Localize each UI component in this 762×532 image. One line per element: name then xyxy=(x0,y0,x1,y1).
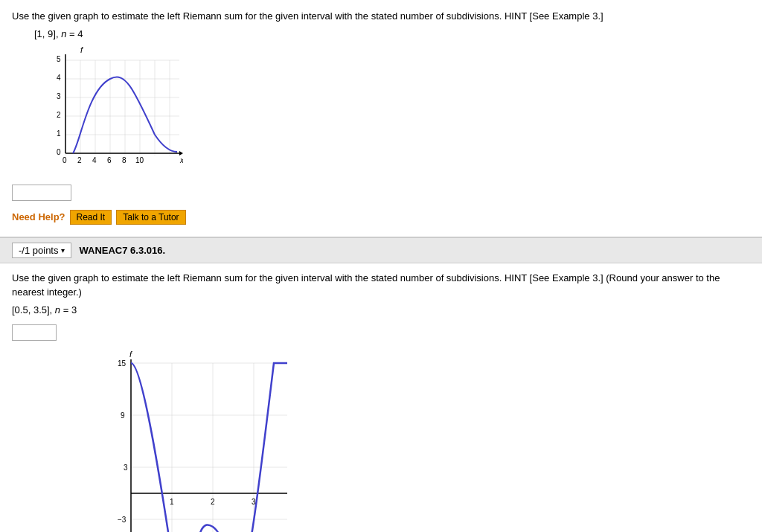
points-badge[interactable]: -/1 points ▾ xyxy=(12,243,71,258)
y3: 3 xyxy=(124,464,128,472)
grid xyxy=(65,60,179,156)
section-1: Use the given graph to estimate the left… xyxy=(0,0,762,237)
y2: 2 xyxy=(57,111,61,119)
x0: 0 xyxy=(63,156,67,164)
points-label: -/1 points xyxy=(19,245,58,256)
graph-1: f 5 4 3 2 1 0 xyxy=(34,45,750,174)
chevron-down-icon: ▾ xyxy=(61,246,65,254)
f-label-1: f xyxy=(80,45,83,54)
x2: 2 xyxy=(77,156,82,164)
y5: 5 xyxy=(57,55,61,63)
y4: 4 xyxy=(57,74,61,82)
y3: 3 xyxy=(57,92,61,100)
y15: 15 xyxy=(118,359,127,368)
graph-svg-1: f 5 4 3 2 1 0 xyxy=(34,45,183,172)
answer-input-1[interactable] xyxy=(12,185,71,201)
talk-to-tutor-button[interactable]: Talk to a Tutor xyxy=(116,210,185,225)
need-help-1: Need Help? Read It Talk to a Tutor xyxy=(12,210,750,225)
x2-2: 2 xyxy=(211,498,215,506)
interval-label-1: [1, 9], n = 4 xyxy=(34,28,750,39)
x1-2: 1 xyxy=(170,498,174,506)
x10: 10 xyxy=(135,156,144,164)
answer-input-2[interactable] xyxy=(12,324,57,341)
y0: 0 xyxy=(57,148,61,156)
x6: 6 xyxy=(107,156,112,164)
section-2: Use the given graph to estimate the left… xyxy=(0,263,762,533)
graph-2: f 15 9 3 −3 −9 xyxy=(57,348,750,533)
problem-text-1: Use the given graph to estimate the left… xyxy=(12,9,750,24)
curve-2 xyxy=(131,363,287,533)
read-it-button[interactable]: Read It xyxy=(70,210,112,225)
points-bar: -/1 points ▾ WANEAC7 6.3.016. xyxy=(0,237,762,263)
y1: 1 xyxy=(57,129,61,138)
yn3: −3 xyxy=(118,516,127,524)
graph-svg-2: f 15 9 3 −3 −9 xyxy=(57,348,287,533)
problem-text-2: Use the given graph to estimate the left… xyxy=(12,271,750,300)
interval-label-2: [0.5, 3.5], n = 3 xyxy=(12,304,750,315)
problem-id: WANEAC7 6.3.016. xyxy=(79,245,165,256)
x-arrow xyxy=(179,151,183,156)
y9: 9 xyxy=(121,411,125,420)
x4: 4 xyxy=(92,156,97,164)
x8: 8 xyxy=(122,156,127,164)
need-help-label: Need Help? xyxy=(12,211,65,222)
x-label: x xyxy=(179,156,183,164)
f-label-2: f xyxy=(129,350,132,359)
